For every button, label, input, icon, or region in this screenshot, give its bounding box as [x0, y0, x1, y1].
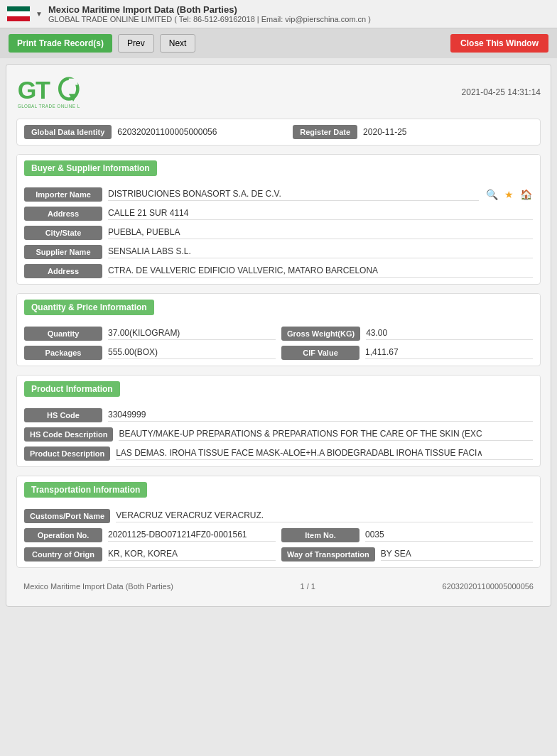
buyer-supplier-section: Buyer & Supplier Information Importer Na… — [16, 154, 541, 285]
hs-code-desc-label: HS Code Description — [24, 427, 113, 442]
transportation-header: Transportation Information — [17, 476, 540, 503]
global-data-identity-value: 620320201100005000056 — [117, 127, 287, 137]
country-transport-row: Country of Orign KR, KOR, KOREA Way of T… — [24, 547, 533, 561]
quantity-value: 37.00(KILOGRAM) — [108, 328, 276, 340]
address1-row: Address CALLE 21 SUR 4114 — [24, 207, 533, 221]
cif-value-value: 1,411.67 — [365, 347, 533, 359]
operation-no-label: Operation No. — [24, 528, 102, 542]
hs-code-desc-row: HS Code Description BEAUTY/MAKE-UP PREPA… — [24, 427, 533, 442]
packages-label: Packages — [24, 346, 102, 360]
supplier-name-row: Supplier Name SENSALIA LABS S.L. — [24, 245, 533, 259]
transportation-section: Transportation Information Customs/Port … — [16, 476, 541, 568]
dropdown-arrow[interactable]: ▼ — [36, 10, 43, 18]
svg-text:GLOBAL TRADE ONLINE LIMITED: GLOBAL TRADE ONLINE LIMITED — [18, 104, 80, 109]
footer-left: Mexico Maritime Import Data (Both Partie… — [23, 582, 173, 591]
hs-code-label: HS Code — [24, 408, 102, 422]
transportation-body: Customs/Port Name VERACRUZ VERACRUZ VERA… — [17, 503, 540, 567]
address2-row: Address CTRA. DE VALLVERIC EDIFICIO VALL… — [24, 264, 533, 278]
footer-right: 620320201100005000056 — [443, 582, 534, 591]
address1-label: Address — [24, 207, 102, 221]
hs-code-value: 33049999 — [108, 410, 533, 422]
cif-value-group: CIF Value 1,411.67 — [281, 346, 533, 360]
register-date-label: Register Date — [293, 125, 357, 139]
svg-text:T: T — [36, 77, 50, 104]
address1-value: CALLE 21 SUR 4114 — [108, 208, 533, 220]
quantity-price-section: Quantity & Price Information Quantity 37… — [16, 293, 541, 366]
global-data-identity-label: Global Data Identity — [24, 125, 112, 139]
mexico-flag — [7, 6, 30, 22]
quantity-group: Quantity 37.00(KILOGRAM) — [24, 327, 276, 341]
importer-name-row: Importer Name DISTRIBUCIONES BONASORT S.… — [24, 187, 533, 202]
packages-group: Packages 555.00(BOX) — [24, 346, 276, 360]
address2-value: CTRA. DE VALLVERIC EDIFICIO VALLVERIC, M… — [108, 265, 533, 278]
top-bar: ▼ Mexico Maritime Import Data (Both Part… — [0, 0, 557, 28]
importer-name-label: Importer Name — [24, 187, 102, 202]
way-transport-group: Way of Transportation BY SEA — [281, 547, 533, 561]
logo-area: G T GLOBAL TRADE ONLINE LIMITED 2021-04-… — [16, 75, 541, 110]
city-state-value: PUEBLA, PUEBLA — [108, 227, 533, 239]
svg-rect-3 — [69, 79, 78, 85]
svg-text:G: G — [18, 77, 37, 104]
prev-button[interactable]: Prev — [118, 34, 154, 53]
register-date-value: 2020-11-25 — [363, 127, 533, 137]
product-header: Product Information — [17, 376, 540, 402]
gto-logo: G T GLOBAL TRADE ONLINE LIMITED — [16, 75, 80, 110]
item-no-value: 0035 — [365, 530, 533, 542]
importer-action-icons: 🔍 ★ 🏠 — [485, 187, 533, 202]
country-origin-group: Country of Orign KR, KOR, KOREA — [24, 547, 276, 561]
country-origin-value: KR, KOR, KOREA — [108, 549, 276, 561]
quantity-price-header: Quantity & Price Information — [17, 294, 540, 321]
customs-port-value: VERACRUZ VERACRUZ VERACRUZ. — [116, 510, 533, 522]
item-no-label: Item No. — [281, 528, 359, 542]
operation-no-group: Operation No. 20201125-DBO071214FZ0-0001… — [24, 528, 276, 542]
page-title: Mexico Maritime Import Data (Both Partie… — [48, 4, 371, 15]
city-state-row: City/State PUEBLA, PUEBLA — [24, 226, 533, 240]
quantity-label: Quantity — [24, 327, 102, 341]
search-icon[interactable]: 🔍 — [485, 187, 499, 202]
gross-weight-label: Gross Weight(KG) — [281, 327, 360, 341]
quantity-price-title: Quantity & Price Information — [24, 300, 154, 315]
city-state-label: City/State — [24, 226, 102, 240]
way-transport-label: Way of Transportation — [281, 547, 375, 561]
item-no-group: Item No. 0035 — [281, 528, 533, 542]
country-origin-label: Country of Orign — [24, 547, 102, 561]
product-desc-label: Product Description — [24, 447, 110, 461]
hs-code-row: HS Code 33049999 — [24, 408, 533, 422]
footer: Mexico Maritime Import Data (Both Partie… — [16, 576, 541, 596]
quantity-gross-row: Quantity 37.00(KILOGRAM) Gross Weight(KG… — [24, 327, 533, 341]
next-button[interactable]: Next — [160, 34, 196, 53]
customs-port-row: Customs/Port Name VERACRUZ VERACRUZ VERA… — [24, 509, 533, 523]
star-icon[interactable]: ★ — [502, 187, 516, 202]
product-desc-row: Product Description LAS DEMAS. IROHA TIS… — [24, 447, 533, 461]
cif-value-label: CIF Value — [281, 346, 359, 360]
quantity-price-body: Quantity 37.00(KILOGRAM) Gross Weight(KG… — [17, 321, 540, 366]
address2-label: Address — [24, 264, 102, 278]
close-window-button[interactable]: Close This Window — [450, 34, 548, 53]
product-body: HS Code 33049999 HS Code Description BEA… — [17, 402, 540, 466]
transportation-title: Transportation Information — [24, 482, 147, 498]
identity-row: Global Data Identity 6203202011000050000… — [16, 119, 541, 146]
buyer-supplier-title: Buyer & Supplier Information — [24, 160, 157, 176]
gross-weight-value: 43.00 — [366, 328, 533, 340]
company-contact: GLOBAL TRADE ONLINE LIMITED ( Tel: 86-51… — [48, 15, 371, 23]
operation-no-value: 20201125-DBO071214FZ0-0001561 — [108, 530, 276, 542]
print-button[interactable]: Print Trade Record(s) — [9, 34, 112, 53]
buyer-supplier-body: Importer Name DISTRIBUCIONES BONASORT S.… — [17, 182, 540, 284]
packages-value: 555.00(BOX) — [108, 347, 276, 359]
toolbar: Print Trade Record(s) Prev Next Close Th… — [0, 28, 557, 58]
importer-name-value: DISTRIBUCIONES BONASORT S.A. DE C.V. — [108, 189, 479, 201]
hs-code-desc-value: BEAUTY/MAKE-UP PREPARATIONS & PREPARATIO… — [119, 429, 533, 441]
buyer-supplier-header: Buyer & Supplier Information — [17, 155, 540, 182]
operation-item-row: Operation No. 20201125-DBO071214FZ0-0001… — [24, 528, 533, 542]
supplier-name-label: Supplier Name — [24, 245, 102, 259]
product-desc-value: LAS DEMAS. IROHA TISSUE FACE MASK-ALOE+H… — [116, 448, 533, 460]
home-icon[interactable]: 🏠 — [519, 187, 533, 202]
footer-center: 1 / 1 — [301, 582, 315, 591]
timestamp: 2021-04-25 14:31:14 — [462, 87, 541, 97]
customs-port-label: Customs/Port Name — [24, 509, 110, 523]
logo-svg: G T GLOBAL TRADE ONLINE LIMITED — [16, 75, 80, 110]
packages-cif-row: Packages 555.00(BOX) CIF Value 1,411.67 — [24, 346, 533, 360]
main-content: G T GLOBAL TRADE ONLINE LIMITED 2021-04-… — [6, 64, 551, 607]
gross-weight-group: Gross Weight(KG) 43.00 — [281, 327, 533, 341]
way-transport-value: BY SEA — [381, 549, 533, 561]
